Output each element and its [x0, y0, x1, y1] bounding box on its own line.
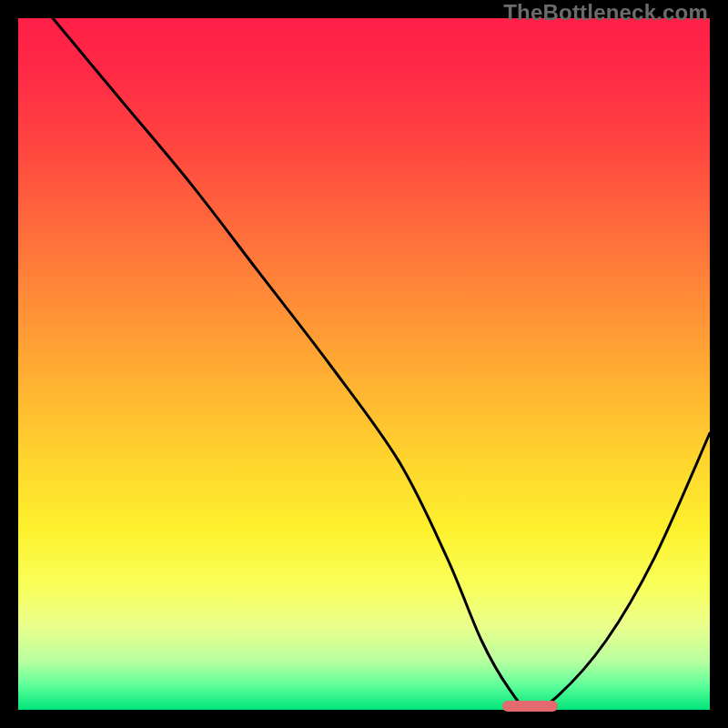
sweet-spot-marker: [502, 701, 558, 712]
bottleneck-curve: [18, 18, 710, 710]
